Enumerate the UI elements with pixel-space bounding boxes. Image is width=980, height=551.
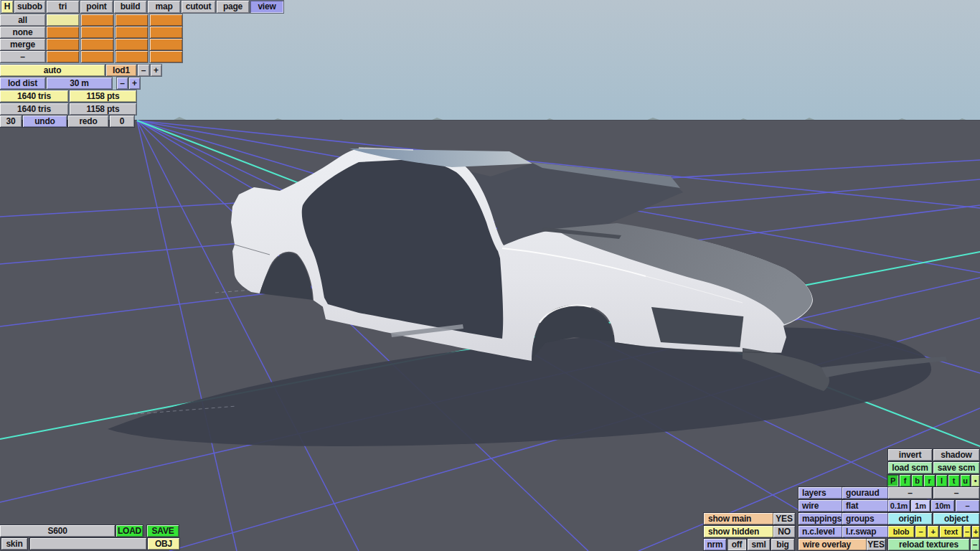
show-main-toggle[interactable]: YES	[773, 513, 795, 524]
flat-button[interactable]: flat	[842, 500, 890, 512]
proj-button-dot[interactable]: •	[971, 475, 979, 486]
nrm-big-button[interactable]: big	[771, 539, 794, 550]
proj-button-r[interactable]: r	[924, 475, 935, 486]
subobject-slot[interactable]	[150, 39, 182, 50]
nc-level-button[interactable]: n.c.level	[798, 526, 844, 537]
subobject-slot[interactable]	[150, 51, 182, 62]
lod-dist-label[interactable]: lod dist	[0, 77, 45, 89]
subobject-slot[interactable]	[81, 51, 113, 62]
text-minus-button[interactable]: –	[963, 526, 971, 537]
menu-item-map[interactable]: map	[148, 1, 180, 13]
menu-item-view[interactable]: view	[250, 1, 283, 13]
proj-button-p[interactable]: P	[887, 475, 898, 486]
dash-button-a[interactable]: –	[888, 487, 932, 499]
subobject-slot-selected[interactable]	[47, 14, 79, 26]
layers-button[interactable]: layers	[798, 487, 844, 499]
proj-button-b[interactable]: b	[912, 475, 923, 486]
subobject-all-button[interactable]: all	[0, 14, 45, 26]
load-button[interactable]: LOAD	[116, 525, 143, 537]
nrm-sml-button[interactable]: sml	[748, 539, 770, 550]
subobject-slot[interactable]	[116, 27, 148, 38]
text-button[interactable]: text	[940, 526, 962, 537]
menu-item-point[interactable]: point	[80, 1, 113, 13]
subobject-slot[interactable]	[116, 51, 148, 62]
grid-size-1m-button[interactable]: 1m	[911, 500, 930, 512]
redo-button[interactable]: redo	[68, 116, 108, 127]
obj-export-button[interactable]: OBJ	[148, 538, 179, 550]
nrm-button[interactable]: nrm	[704, 539, 726, 550]
menu-item-build[interactable]: build	[114, 1, 146, 13]
subobject-slot[interactable]	[116, 39, 148, 50]
grid-size-dash-button[interactable]: –	[956, 500, 979, 512]
undo-count: 30	[0, 116, 22, 127]
subobject-slot[interactable]	[150, 27, 182, 38]
proj-button-u[interactable]: u	[961, 475, 970, 486]
lod-dist-plus-button[interactable]: +	[129, 77, 140, 89]
grid-size-01m-button[interactable]: 0.1m	[888, 500, 910, 512]
subobject-slot[interactable]	[47, 27, 79, 38]
subobject-dash-button[interactable]: –	[0, 51, 45, 62]
lod-auto-button[interactable]: auto	[0, 65, 105, 76]
subobject-merge-button[interactable]: merge	[0, 39, 45, 50]
wire-button[interactable]: wire	[798, 500, 844, 512]
subobject-none-button[interactable]: none	[0, 27, 45, 38]
subobject-slot[interactable]	[116, 14, 148, 26]
blob-plus-button[interactable]: +	[928, 526, 938, 537]
nrm-off-button[interactable]: off	[727, 539, 746, 550]
model-name-field[interactable]: S600	[0, 525, 115, 537]
show-hidden-toggle[interactable]: NO	[773, 526, 795, 537]
gouraud-button[interactable]: gouraud	[842, 487, 890, 499]
lod-plus-button[interactable]: +	[151, 65, 161, 76]
subobject-slot[interactable]	[81, 27, 113, 38]
show-main-button[interactable]: show main	[704, 513, 776, 524]
proj-button-t[interactable]: t	[948, 475, 959, 486]
mappings-button[interactable]: mappings	[798, 513, 844, 524]
subobject-slot[interactable]	[81, 14, 113, 26]
pts-count-selected: 1158 pts	[70, 90, 136, 102]
grid-size-10m-button[interactable]: 10m	[931, 500, 954, 512]
dash-button-b[interactable]: –	[933, 487, 979, 499]
load-scm-button[interactable]: load scm	[888, 462, 932, 474]
reload-textures-button[interactable]: reload textures	[888, 539, 969, 550]
groups-button[interactable]: groups	[842, 513, 890, 524]
lod-dist-minus-button[interactable]: –	[117, 77, 128, 89]
menu-item-page[interactable]: page	[217, 1, 249, 13]
lod-level-button[interactable]: lod1	[106, 65, 136, 76]
viewport-3d[interactable]	[0, 0, 980, 551]
blob-minus-button[interactable]: –	[915, 526, 926, 537]
invert-button[interactable]: invert	[888, 449, 932, 461]
skin-button[interactable]: skin	[1, 538, 27, 550]
save-scm-button[interactable]: save scm	[933, 462, 979, 474]
object-button[interactable]: object	[933, 513, 979, 524]
save-button[interactable]: SAVE	[147, 525, 179, 537]
blob-button[interactable]: blob	[888, 526, 914, 537]
subobject-slot[interactable]	[150, 14, 182, 26]
wire-overlay-toggle[interactable]: YES	[867, 539, 885, 550]
tris-count-selected: 1640 tris	[0, 90, 68, 102]
text-plus-button[interactable]: +	[972, 526, 979, 537]
show-hidden-button[interactable]: show hidden	[704, 526, 776, 537]
redo-count: 0	[110, 116, 134, 127]
proj-button-f[interactable]: f	[900, 475, 910, 486]
skin-name-field[interactable]	[30, 538, 146, 550]
menu-item-cutout[interactable]: cutout	[182, 1, 215, 13]
lod-dist-value[interactable]: 30 m	[47, 77, 112, 89]
undo-button[interactable]: undo	[23, 116, 67, 127]
proj-button-l[interactable]: l	[936, 475, 947, 486]
shadow-button[interactable]: shadow	[933, 449, 979, 461]
lod-minus-button[interactable]: –	[138, 65, 149, 76]
menu-item-tri[interactable]: tri	[47, 1, 79, 13]
pts-count-total: 1158 pts	[70, 103, 136, 115]
tris-count-total: 1640 tris	[0, 103, 68, 115]
lr-swap-button[interactable]: l.r.swap	[842, 526, 890, 537]
reload-textures-dash-button[interactable]: –	[971, 539, 979, 550]
wire-overlay-button[interactable]: wire overlay	[798, 539, 870, 550]
subobject-slot[interactable]	[81, 39, 113, 50]
subobject-slot[interactable]	[47, 51, 79, 62]
subobject-slot[interactable]	[47, 39, 79, 50]
menu-item-subob[interactable]: subob	[14, 1, 45, 13]
menu-item-h[interactable]: H	[1, 1, 13, 13]
origin-button[interactable]: origin	[888, 513, 932, 524]
